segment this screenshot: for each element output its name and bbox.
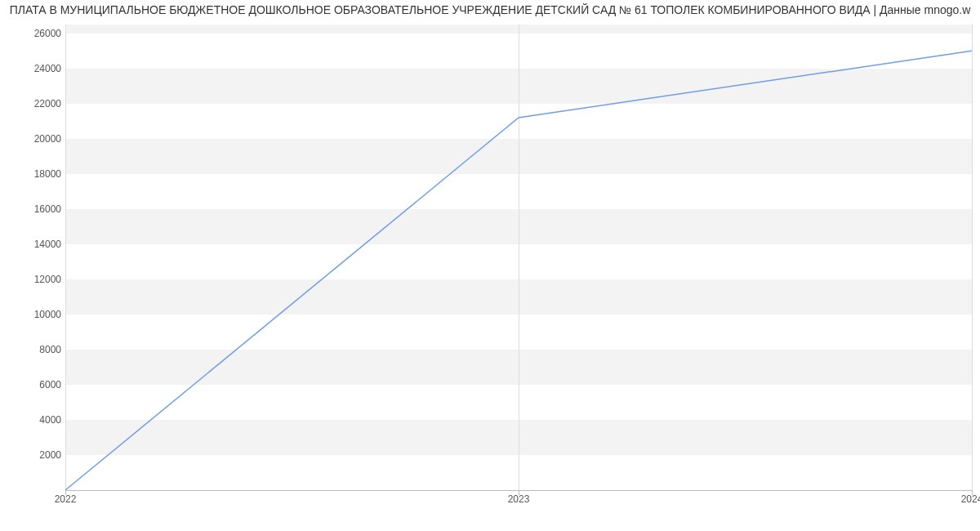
y-tick-label: 14000 (12, 239, 61, 250)
y-tick-label: 12000 (12, 274, 61, 285)
y-tick-label: 22000 (12, 98, 61, 109)
y-tick-label: 20000 (12, 133, 61, 145)
y-tick-label: 18000 (12, 168, 61, 180)
y-tick-label: 16000 (12, 203, 61, 215)
x-tick-label: 2024 (961, 493, 980, 505)
x-tick-label: 2023 (508, 493, 530, 505)
y-tick-label: 26000 (12, 28, 61, 39)
y-tick-label: 8000 (12, 344, 61, 355)
plot-area (65, 25, 972, 491)
grid-vline (972, 25, 973, 490)
y-tick-label: 2000 (12, 449, 61, 461)
x-tick-mark (65, 490, 66, 495)
y-tick-label: 24000 (12, 63, 61, 74)
x-tick-mark (519, 490, 519, 495)
chart-title: ПЛАТА В МУНИЦИПАЛЬНОЕ БЮДЖЕТНОЕ ДОШКОЛЬН… (0, 3, 980, 16)
y-tick-label: 10000 (12, 309, 61, 320)
chart-container: ПЛАТА В МУНИЦИПАЛЬНОЕ БЮДЖЕТНОЕ ДОШКОЛЬН… (0, 0, 980, 531)
line-series (65, 25, 972, 490)
y-tick-label: 6000 (12, 379, 61, 390)
y-tick-label: 4000 (12, 414, 61, 426)
data-line (65, 51, 972, 490)
x-tick-mark (972, 490, 973, 495)
x-tick-label: 2022 (55, 493, 77, 505)
